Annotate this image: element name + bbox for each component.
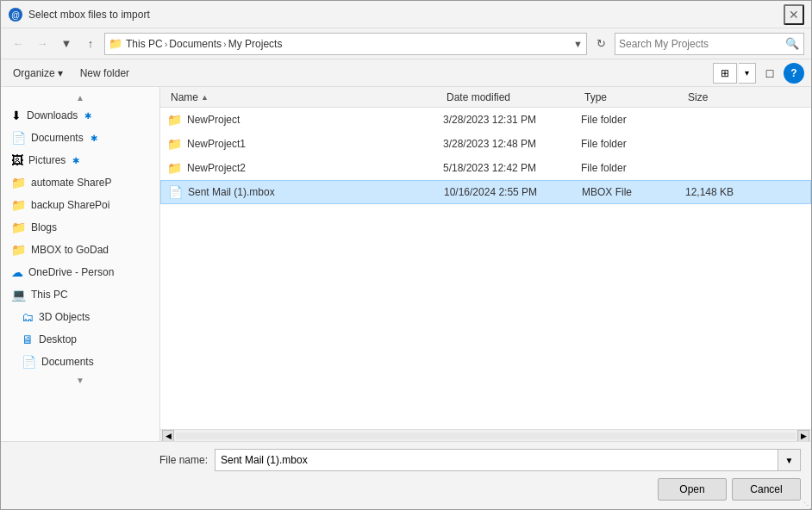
file-row-sentmail[interactable]: 📄 Sent Mail (1).mbox 10/16/2024 2:55 PM … — [160, 180, 811, 204]
col-header-date[interactable]: Date modified — [443, 87, 581, 107]
file-row-newproject1[interactable]: 📁 NewProject1 3/28/2023 12:48 PM File fo… — [160, 132, 811, 156]
sidebar-item-backup[interactable]: 📁 backup SharePoi — [1, 194, 159, 216]
mbox-icon: 📁 — [11, 243, 26, 257]
pictures-pin: ✱ — [72, 156, 79, 165]
filename-row: File name: ▼ — [11, 449, 801, 471]
search-button[interactable]: 🔍 — [781, 33, 803, 55]
nav-toolbar: ← → ▼ ↑ 📁 This PC › Documents › My Proje… — [1, 28, 811, 59]
folder-icon-newproject2: 📁 — [167, 161, 182, 175]
filename-dropdown-button[interactable]: ▼ — [778, 449, 801, 471]
organize-chevron: ▾ — [58, 67, 63, 79]
sidebar-item-downloads[interactable]: ⬇ Downloads ✱ — [1, 104, 159, 127]
blogs-icon: 📁 — [11, 221, 26, 234]
app-icon: @ — [8, 7, 23, 22]
onedrive-icon: ☁ — [11, 265, 23, 279]
search-input[interactable] — [615, 38, 781, 50]
desktop-icon: 🖥 — [22, 333, 34, 346]
dialog-window: @ Select mbox files to import ✕ ← → ▼ ↑ … — [0, 0, 812, 510]
file-cell-name-sentmail: 📄 Sent Mail (1).mbox — [168, 185, 444, 199]
file-name-newproject1: NewProject1 — [187, 138, 246, 150]
sidebar-item-label-desktop: Desktop — [39, 333, 77, 345]
col-name-label: Name — [171, 91, 198, 103]
help-button[interactable]: ? — [784, 63, 804, 84]
view-dropdown-chevron: ▾ — [745, 68, 749, 78]
organize-button[interactable]: Organize ▾ — [8, 63, 68, 84]
file-cell-name-newproject1: 📁 NewProject1 — [167, 137, 443, 151]
sidebar-item-blogs[interactable]: 📁 Blogs — [1, 216, 159, 239]
documents2-icon: 📄 — [22, 355, 36, 369]
col-header-type[interactable]: Type — [581, 87, 684, 107]
view-button[interactable]: ⊞ — [713, 63, 737, 84]
sidebar-item-label-3dobjects: 3D Objects — [39, 311, 90, 323]
recent-locations-button[interactable]: ▼ — [56, 34, 77, 54]
filename-input[interactable] — [215, 449, 778, 471]
sidebar-item-label-documents: Documents — [31, 132, 84, 144]
horizontal-scrollbar[interactable]: ◀ ▶ — [160, 429, 811, 441]
up-button[interactable]: ↑ — [80, 34, 101, 54]
folder-icon: 📁 — [109, 37, 122, 50]
filename-input-wrapper: ▼ — [215, 449, 801, 471]
resize-handle[interactable]: ⋱ — [802, 500, 812, 510]
sidebar-item-label-mbox: MBOX to GoDad — [31, 244, 109, 256]
documents-icon: 📄 — [11, 131, 26, 145]
new-folder-button[interactable]: New folder — [75, 63, 134, 84]
preview-pane-button[interactable]: □ — [758, 63, 782, 84]
file-row-newproject[interactable]: 📁 NewProject 3/28/2023 12:31 PM File fol… — [160, 108, 811, 132]
col-header-name[interactable]: Name ▲ — [167, 87, 443, 107]
file-cell-type-sentmail: MBOX File — [582, 186, 685, 198]
toolbar2: Organize ▾ New folder ⊞ ▾ □ ? — [1, 59, 811, 87]
sidebar: ▲ ⬇ Downloads ✱ 📄 Documents ✱ 🖼 Pictures… — [1, 87, 160, 441]
file-cell-date-newproject: 3/28/2023 12:31 PM — [443, 114, 581, 126]
downloads-icon: ⬇ — [11, 109, 22, 122]
pictures-icon: 🖼 — [11, 153, 23, 167]
sidebar-scroll-up[interactable]: ▲ — [1, 90, 159, 104]
organize-label: Organize — [13, 67, 55, 79]
filelist-header: Name ▲ Date modified Type Size — [160, 87, 811, 108]
action-row: Open Cancel — [11, 478, 801, 501]
sidebar-item-3dobjects[interactable]: 🗂 3D Objects — [1, 306, 159, 328]
sidebar-item-desktop[interactable]: 🖥 Desktop — [1, 328, 159, 351]
hscroll-track[interactable] — [176, 432, 796, 439]
sidebar-item-mbox[interactable]: 📁 MBOX to GoDad — [1, 239, 159, 261]
address-dropdown-button[interactable]: ▼ — [573, 39, 583, 49]
hscroll-left-button[interactable]: ◀ — [162, 430, 174, 442]
back-button[interactable]: ← — [8, 34, 28, 54]
sidebar-item-pictures[interactable]: 🖼 Pictures ✱ — [1, 149, 159, 171]
sidebar-item-label-documents2: Documents — [41, 356, 94, 368]
col-header-size[interactable]: Size — [684, 87, 804, 107]
file-cell-date-sentmail: 10/16/2024 2:55 PM — [444, 186, 582, 198]
refresh-button[interactable]: ↻ — [590, 34, 611, 54]
address-bar[interactable]: 📁 This PC › Documents › My Projects ▼ — [104, 33, 587, 55]
folder-icon-newproject: 📁 — [167, 113, 182, 127]
sidebar-item-documents[interactable]: 📄 Documents ✱ — [1, 127, 159, 149]
view-dropdown-button[interactable]: ▾ — [739, 63, 756, 84]
cancel-button[interactable]: Cancel — [732, 478, 801, 501]
mbox-file-icon: 📄 — [168, 185, 183, 199]
sort-arrow: ▲ — [201, 93, 209, 102]
filelist: 📁 NewProject 3/28/2023 12:31 PM File fol… — [160, 108, 811, 429]
file-name-sentmail: Sent Mail (1).mbox — [188, 186, 275, 198]
titlebar-left: @ Select mbox files to import — [8, 7, 150, 22]
sidebar-item-onedrive[interactable]: ☁ OneDrive - Person — [1, 261, 159, 283]
sidebar-scroll-down[interactable]: ▼ — [1, 373, 159, 387]
file-name-newproject: NewProject — [187, 114, 240, 126]
sidebar-item-documents2[interactable]: 📄 Documents — [1, 351, 159, 373]
filelist-container: Name ▲ Date modified Type Size 📁 — [160, 87, 811, 441]
forward-button[interactable]: → — [32, 34, 53, 54]
folder-icon-newproject1: 📁 — [167, 137, 182, 151]
automate-icon: 📁 — [11, 176, 26, 190]
sidebar-item-thispc[interactable]: 💻 This PC — [1, 283, 159, 306]
sidebar-item-automate[interactable]: 📁 automate ShareP — [1, 171, 159, 194]
file-cell-date-newproject1: 3/28/2023 12:48 PM — [443, 138, 581, 150]
thispc-icon: 💻 — [11, 288, 26, 302]
open-button[interactable]: Open — [658, 478, 727, 501]
svg-text:@: @ — [11, 10, 20, 20]
close-button[interactable]: ✕ — [784, 4, 804, 25]
dialog-title: Select mbox files to import — [28, 9, 150, 21]
file-row-newproject2[interactable]: 📁 NewProject2 5/18/2023 12:42 PM File fo… — [160, 156, 811, 180]
col-type-label: Type — [584, 91, 607, 103]
hscroll-right-button[interactable]: ▶ — [797, 430, 809, 442]
sidebar-item-label-downloads: Downloads — [27, 109, 78, 121]
bottom-area: File name: ▼ Open Cancel — [1, 441, 811, 509]
sidebar-item-label-blogs: Blogs — [31, 221, 57, 233]
